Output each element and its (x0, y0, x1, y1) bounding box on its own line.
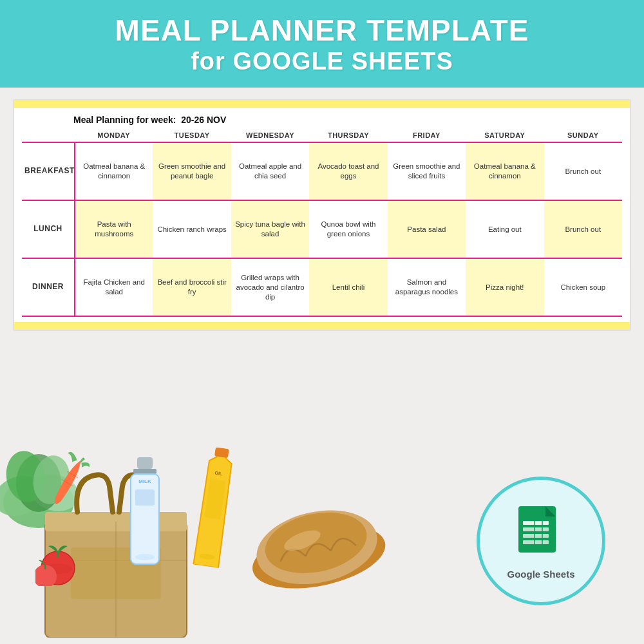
cell-breakfast-tue[interactable]: Green smoothie and peanut bagle (153, 142, 231, 200)
cell-breakfast-sun[interactable]: Brunch out (544, 142, 622, 200)
header-row: MONDAY TUESDAY WEDNESDAY THURSDAY FRIDAY… (22, 129, 622, 142)
cell-lunch-wed[interactable]: Spicy tuna bagle with salad (231, 200, 309, 258)
lunch-label: LUNCH (22, 200, 75, 258)
cell-lunch-tue[interactable]: Chicken ranch wraps (153, 200, 231, 258)
cell-dinner-mon[interactable]: Fajita Chicken and salad (75, 258, 153, 316)
cell-dinner-sat[interactable]: Pizza night! (466, 258, 544, 316)
header-title-main: MEAL PLANNER TEMPLATE (13, 14, 631, 47)
cell-dinner-fri[interactable]: Salmon and asparagus noodles (388, 258, 466, 316)
cell-lunch-thu[interactable]: Qunoa bowl with green onions (309, 200, 387, 258)
bottom-section: MILK OIL (0, 425, 644, 644)
header-title-sub: for GOOGLE SHEETS (13, 47, 631, 77)
col-thursday: THURSDAY (309, 129, 387, 142)
header-banner: MEAL PLANNER TEMPLATE for GOOGLE SHEETS (0, 0, 644, 88)
svg-rect-18 (131, 474, 159, 564)
svg-rect-34 (523, 521, 549, 525)
svg-point-22 (135, 554, 155, 560)
dinner-label: DINNER (22, 258, 75, 316)
col-saturday: SATURDAY (466, 129, 544, 142)
empty-header (22, 129, 75, 142)
svg-rect-17 (133, 469, 156, 474)
cell-dinner-thu[interactable]: Lentil chili (309, 258, 387, 316)
cell-breakfast-wed[interactable]: Oatmeal apple and chia seed (231, 142, 309, 200)
svg-rect-16 (137, 457, 153, 469)
google-sheets-label: Google Sheets (507, 569, 574, 580)
spreadsheet-area: Meal Planning for week: 20-26 NOV MONDAY… (13, 99, 631, 331)
google-sheets-icon (515, 503, 567, 561)
svg-rect-37 (523, 540, 549, 544)
cell-lunch-sat[interactable]: Eating out (466, 200, 544, 258)
outer-container: MEAL PLANNER TEMPLATE for GOOGLE SHEETS … (0, 0, 644, 644)
grocery-area: MILK OIL (0, 425, 386, 644)
week-label: Meal Planning for week: 20-26 NOV (22, 115, 622, 125)
col-friday: FRIDAY (388, 129, 466, 142)
svg-rect-23 (214, 447, 229, 458)
breakfast-row: BREAKFAST Oatmeal banana & cinnamon Gree… (22, 142, 622, 200)
cell-breakfast-fri[interactable]: Green smoothie and sliced fruits (388, 142, 466, 200)
svg-rect-20 (135, 489, 155, 506)
cell-breakfast-sat[interactable]: Oatmeal banana & cinnamon (466, 142, 544, 200)
cell-breakfast-thu[interactable]: Avocado toast and eggs (309, 142, 387, 200)
dinner-row: DINNER Fajita Chicken and salad Beef and… (22, 258, 622, 316)
milk-bottle-icon: MILK (126, 457, 164, 570)
tomato-icon (35, 541, 80, 586)
bread-icon (236, 479, 386, 603)
yellow-top-bar (14, 100, 630, 108)
cell-dinner-tue[interactable]: Beef and broccoli stir fry (153, 258, 231, 316)
col-wednesday: WEDNESDAY (231, 129, 309, 142)
cell-lunch-mon[interactable]: Pasta with mushrooms (75, 200, 153, 258)
meal-table: MONDAY TUESDAY WEDNESDAY THURSDAY FRIDAY… (22, 129, 622, 317)
col-monday: MONDAY (75, 129, 153, 142)
cell-dinner-wed[interactable]: Grilled wraps with avocado and cilantro … (231, 258, 309, 316)
cell-breakfast-mon[interactable]: Oatmeal banana & cinnamon (75, 142, 153, 200)
cell-lunch-fri[interactable]: Pasta salad (388, 200, 466, 258)
col-tuesday: TUESDAY (153, 129, 231, 142)
svg-rect-35 (523, 527, 549, 531)
svg-rect-36 (523, 534, 549, 538)
svg-text:OIL: OIL (214, 471, 223, 477)
lunch-row: LUNCH Pasta with mushrooms Chicken ranch… (22, 200, 622, 258)
cell-lunch-sun[interactable]: Brunch out (544, 200, 622, 258)
cell-dinner-sun[interactable]: Chicken soup (544, 258, 622, 316)
spreadsheet-inner: Meal Planning for week: 20-26 NOV MONDAY… (14, 108, 630, 322)
breakfast-label: BREAKFAST (22, 142, 75, 200)
svg-text:MILK: MILK (138, 478, 151, 484)
google-sheets-badge[interactable]: Google Sheets (477, 477, 605, 605)
yellow-bottom-bar (14, 322, 630, 330)
col-sunday: SUNDAY (544, 129, 622, 142)
